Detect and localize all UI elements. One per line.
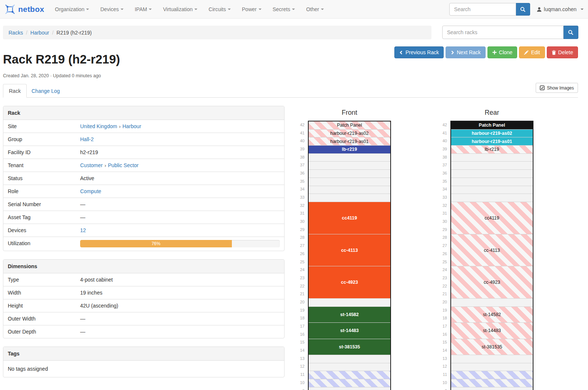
chevron-down-icon — [581, 9, 584, 10]
rack-reserved-unit — [309, 371, 390, 379]
front-rack: Patch Panelharbour-r219-as02harbour-r219… — [308, 121, 391, 390]
nav-item-ipam[interactable]: IPAM — [129, 0, 157, 19]
chevron-down-icon — [194, 9, 197, 10]
rack-device[interactable]: Patch Panel — [309, 121, 390, 130]
unit-number: 13 — [439, 354, 450, 363]
unit-number: 23 — [297, 274, 308, 282]
nav-item-virtualization[interactable]: Virtualization — [157, 0, 203, 19]
rack-device[interactable]: lb-r219 — [451, 146, 533, 154]
rack-device[interactable]: st-381535 — [309, 339, 390, 355]
chevron-down-icon — [149, 9, 152, 10]
unit-number: 11 — [439, 370, 450, 378]
rack-unit-empty — [309, 170, 390, 178]
rack-device[interactable]: harbour-r219-as02 — [309, 130, 390, 138]
rack-device[interactable]: cc-4923 — [451, 266, 533, 299]
dimensions-panel: Dimensions Type4-post cabinetWidth19 inc… — [3, 259, 285, 338]
rack-device[interactable]: cc4119 — [309, 202, 390, 234]
attr-value-link[interactable]: Public Sector — [108, 162, 138, 168]
unit-number: 21 — [297, 290, 308, 298]
rack-device[interactable]: st-14582 — [451, 307, 533, 323]
unit-number: 39 — [439, 145, 450, 153]
nav-item-secrets[interactable]: Secrets — [267, 0, 300, 19]
nav-item-devices[interactable]: Devices — [95, 0, 129, 19]
rack-unit-empty — [309, 194, 390, 202]
unit-number: 28 — [297, 234, 308, 242]
nav-item-other[interactable]: Other — [300, 0, 329, 19]
attr-row: Asset Tag— — [3, 211, 284, 224]
delete-button[interactable]: Delete — [547, 46, 578, 58]
edit-button[interactable]: Edit — [519, 46, 545, 58]
tab-change-log[interactable]: Change Log — [26, 84, 65, 98]
rack-device[interactable]: cc-4113 — [451, 234, 533, 267]
attr-row: RoleCompute — [3, 185, 284, 198]
rack-device[interactable]: st-14483 — [309, 323, 390, 339]
unit-number: 11 — [297, 370, 308, 378]
attr-label: Facility ID — [3, 146, 76, 159]
attr-label: Outer Width — [3, 312, 76, 325]
rack-device[interactable]: harbour-r219-as01 — [309, 137, 390, 146]
rack-device[interactable]: st-14582 — [309, 307, 390, 323]
attr-value-link[interactable]: Compute — [80, 188, 101, 194]
tab-rack[interactable]: Rack — [3, 84, 27, 98]
attr-value-link[interactable]: 12 — [80, 227, 86, 233]
show-images-button[interactable]: Show Images — [536, 83, 578, 93]
attr-value-link[interactable]: United Kingdom — [80, 123, 117, 129]
breadcrumb-link[interactable]: Racks — [9, 30, 23, 36]
attr-label: Site — [3, 120, 76, 133]
attr-value: — — [76, 325, 284, 338]
utilization-bar: 76% — [80, 240, 280, 247]
rack-unit-empty — [309, 355, 390, 363]
attr-row: Serial Number— — [3, 198, 284, 211]
unit-number: 37 — [297, 161, 308, 169]
unit-number: 33 — [439, 193, 450, 201]
global-search-button[interactable] — [516, 3, 530, 16]
page-title: Rack R219 (h2-r219) — [3, 52, 120, 66]
attr-value-text: — — [80, 329, 85, 335]
top-navbar: netbox OrganizationDevicesIPAMVirtualiza… — [0, 0, 588, 19]
nav-item-circuits[interactable]: Circuits — [203, 0, 236, 19]
rack-device[interactable]: st-14483 — [451, 323, 533, 339]
attr-value-link[interactable]: Customer — [80, 162, 103, 168]
attr-value-link[interactable]: Harbour — [122, 123, 141, 129]
user-menu[interactable]: luqman.cohen — [537, 6, 584, 12]
rack-device[interactable]: st-381535 — [451, 339, 533, 355]
chevron-down-icon — [259, 9, 262, 10]
attr-value: 76% — [76, 237, 284, 251]
breadcrumb-link[interactable]: Harbour — [30, 30, 49, 36]
unit-number: 30 — [439, 217, 450, 225]
rack-device[interactable]: harbour-r219-as01 — [451, 137, 533, 146]
details-column: Rack SiteUnited Kingdom›HarbourGroupHall… — [3, 106, 285, 386]
rack-device[interactable]: cc-4923 — [309, 266, 390, 299]
rack-device[interactable]: lb-r219 — [309, 146, 390, 154]
clone-button[interactable]: Clone — [487, 46, 518, 58]
breadcrumb-separator: / — [26, 30, 27, 36]
attr-value-text: 19 inches — [80, 290, 102, 296]
netbox-brand[interactable]: netbox — [0, 4, 49, 15]
rack-device[interactable]: harbour-r219-as02 — [451, 130, 533, 138]
global-search-input[interactable] — [449, 3, 516, 16]
chevron-down-icon — [292, 9, 295, 10]
rack-search-input[interactable] — [442, 26, 564, 39]
attr-label: Role — [3, 185, 76, 198]
unit-number: 39 — [297, 145, 308, 153]
attr-row: GroupHall-2 — [3, 133, 284, 146]
nav-item-power[interactable]: Power — [236, 0, 267, 19]
rack-unit-empty — [451, 154, 533, 162]
unit-number: 26 — [439, 250, 450, 258]
pencil-icon — [524, 50, 529, 55]
rack-attr-table: SiteUnited Kingdom›HarbourGroupHall-2Fac… — [3, 120, 284, 251]
tags-panel: Tags No tags assigned — [3, 347, 285, 377]
attr-value-link[interactable]: Hall-2 — [80, 136, 94, 142]
nav-item-organization[interactable]: Organization — [49, 0, 95, 19]
rack-device[interactable]: cc4119 — [451, 202, 533, 234]
previous-rack-button[interactable]: Previous Rack — [394, 46, 444, 58]
unit-number: 38 — [439, 153, 450, 161]
attr-value: 12 — [76, 224, 284, 237]
next-rack-button[interactable]: Next Rack — [446, 46, 486, 58]
unit-number: 25 — [297, 258, 308, 266]
netbox-logo-icon — [4, 4, 16, 15]
unit-number: 22 — [439, 282, 450, 290]
rack-device[interactable]: Patch Panel — [451, 121, 533, 130]
rack-search-button[interactable] — [564, 26, 578, 39]
rack-device[interactable]: cc-4113 — [309, 234, 390, 267]
